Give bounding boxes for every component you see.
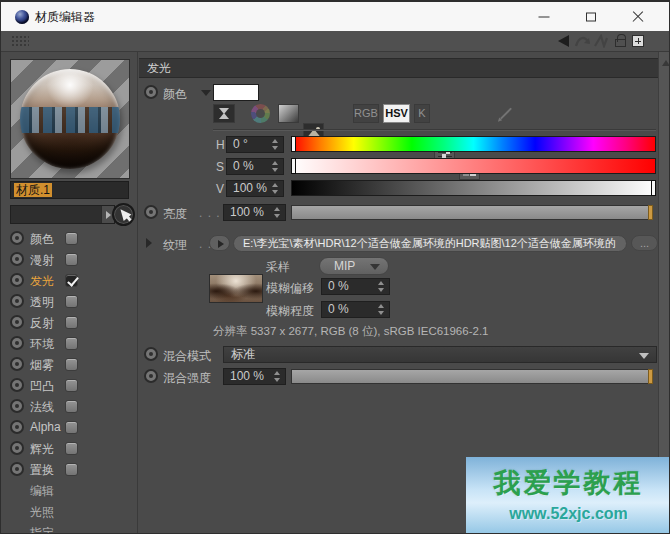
k-button[interactable]: K: [414, 104, 430, 123]
drag-grip-icon[interactable]: [11, 35, 29, 48]
compare-icon[interactable]: [213, 104, 235, 123]
keyframe-dot-icon[interactable]: [10, 273, 24, 287]
channel-checkbox[interactable]: [65, 400, 78, 413]
channel-row-glow[interactable]: 辉光: [1, 438, 138, 459]
channel-label[interactable]: Alpha: [30, 420, 61, 434]
channel-row-luminance[interactable]: 发光: [1, 270, 138, 291]
expand-arrow-icon[interactable]: [146, 238, 152, 248]
texture-preview-button[interactable]: [209, 235, 230, 251]
channel-label[interactable]: 凹凸: [30, 378, 54, 395]
keyframe-dot-icon[interactable]: [10, 357, 24, 371]
spinner-icon[interactable]: [377, 279, 386, 294]
keyframe-dot-icon[interactable]: [10, 378, 24, 392]
keyframe-dot-icon[interactable]: [10, 399, 24, 413]
channel-label[interactable]: 反射: [30, 315, 54, 332]
blur-scale-input[interactable]: 0 %: [321, 301, 390, 318]
channel-row-bump[interactable]: 凹凸: [1, 375, 138, 396]
keyframe-dot-icon[interactable]: [144, 369, 158, 383]
pen-curve-icon[interactable]: [593, 34, 609, 48]
channel-row-environment[interactable]: 环境: [1, 333, 138, 354]
channel-row-normal[interactable]: 法线: [1, 396, 138, 417]
channel-label[interactable]: 透明: [30, 294, 54, 311]
lock-icon[interactable]: [615, 39, 626, 47]
add-icon[interactable]: [632, 35, 644, 47]
spinner-icon[interactable]: [273, 369, 282, 384]
channel-row-alpha[interactable]: Alpha: [1, 417, 138, 438]
channel-label[interactable]: 颜色: [30, 231, 54, 248]
color-swatch[interactable]: [213, 84, 259, 101]
hue-slider[interactable]: [291, 136, 656, 152]
channel-row-transparency[interactable]: 透明: [1, 291, 138, 312]
mode-row-illumination[interactable]: 光照: [1, 501, 138, 522]
spinner-icon[interactable]: [273, 205, 282, 220]
spinner-icon[interactable]: [271, 159, 280, 174]
mix-strength-slider-handle[interactable]: [648, 369, 653, 384]
mix-mode-dropdown[interactable]: 标准: [223, 346, 657, 363]
channel-checkbox[interactable]: [65, 253, 78, 266]
history-curve-icon[interactable]: [575, 34, 591, 48]
brightness-slider-handle[interactable]: [648, 205, 653, 220]
saturation-slider-handle[interactable]: [291, 158, 296, 174]
mode-label[interactable]: 编辑: [30, 483, 54, 500]
keyframe-dot-icon[interactable]: [10, 294, 24, 308]
channel-checkbox[interactable]: [65, 316, 78, 329]
channel-checkbox[interactable]: [65, 379, 78, 392]
color-wheel-icon[interactable]: [251, 104, 270, 123]
texture-thumbnail[interactable]: [209, 274, 263, 303]
channel-label[interactable]: 置换: [30, 462, 54, 479]
browse-button[interactable]: ...: [631, 235, 658, 251]
channel-label[interactable]: 烟雾: [30, 357, 54, 374]
hsv-button[interactable]: HSV: [383, 104, 410, 123]
keyframe-dot-icon[interactable]: [10, 462, 24, 476]
mode-row-assign[interactable]: 指定: [1, 522, 138, 534]
blur-offset-input[interactable]: 0 %: [321, 278, 390, 295]
eyedropper-icon[interactable]: [500, 107, 512, 119]
mix-strength-slider[interactable]: [291, 369, 653, 384]
material-name-input[interactable]: 材质.1: [10, 181, 129, 199]
value-slider-handle[interactable]: [651, 180, 656, 196]
rgb-button[interactable]: RGB: [353, 104, 379, 123]
keyframe-dot-icon[interactable]: [144, 85, 158, 99]
pick-button[interactable]: [112, 203, 135, 226]
spinner-icon[interactable]: [271, 181, 280, 196]
channel-checkbox[interactable]: [65, 295, 78, 308]
minimize-button[interactable]: [527, 2, 561, 31]
channel-label[interactable]: 环境: [30, 336, 54, 353]
keyframe-dot-icon[interactable]: [10, 441, 24, 455]
channel-checkbox[interactable]: [65, 442, 78, 455]
saturation-input[interactable]: 0 %: [226, 158, 284, 175]
channel-row-diffusion[interactable]: 漫射: [1, 249, 138, 270]
saturation-slider[interactable]: [291, 158, 656, 174]
channel-checkbox[interactable]: [65, 358, 78, 371]
mode-label[interactable]: 光照: [30, 504, 54, 521]
channel-label[interactable]: 漫射: [30, 252, 54, 269]
keyframe-dot-icon[interactable]: [10, 231, 24, 245]
mode-label[interactable]: 指定: [30, 525, 54, 534]
keyframe-dot-icon[interactable]: [10, 336, 24, 350]
keyframe-dot-icon[interactable]: [10, 252, 24, 266]
keyframe-dot-icon[interactable]: [10, 315, 24, 329]
maximize-button[interactable]: [574, 2, 608, 31]
channel-row-fog[interactable]: 烟雾: [1, 354, 138, 375]
material-preview[interactable]: [10, 59, 130, 179]
back-arrow-icon[interactable]: [558, 35, 569, 47]
brightness-slider[interactable]: [291, 205, 653, 220]
channel-label[interactable]: 辉光: [30, 441, 54, 458]
channel-label[interactable]: 法线: [30, 399, 54, 416]
channel-label[interactable]: 发光: [30, 273, 54, 290]
channel-checkbox[interactable]: [65, 337, 78, 350]
texture-path-field[interactable]: E:\李光宝\素材\HDR\12个适合做金属环境的HDR贴图\12个适合做金属环…: [233, 235, 627, 252]
spinner-icon[interactable]: [377, 302, 386, 317]
hue-slider-handle[interactable]: [291, 136, 296, 152]
keyframe-dot-icon[interactable]: [144, 347, 158, 361]
keyframe-dot-icon[interactable]: [144, 205, 158, 219]
material-preview-sphere[interactable]: [20, 69, 120, 169]
spinner-icon[interactable]: [271, 137, 280, 152]
sampling-dropdown[interactable]: MIP: [319, 257, 389, 275]
value-input[interactable]: 100 %: [226, 180, 284, 197]
channel-checkbox[interactable]: [65, 421, 78, 434]
channel-row-displacement[interactable]: 置换: [1, 459, 138, 480]
channel-checkbox[interactable]: [65, 232, 78, 245]
mix-strength-input[interactable]: 100 %: [223, 368, 286, 385]
brightness-input[interactable]: 100 %: [223, 204, 286, 221]
